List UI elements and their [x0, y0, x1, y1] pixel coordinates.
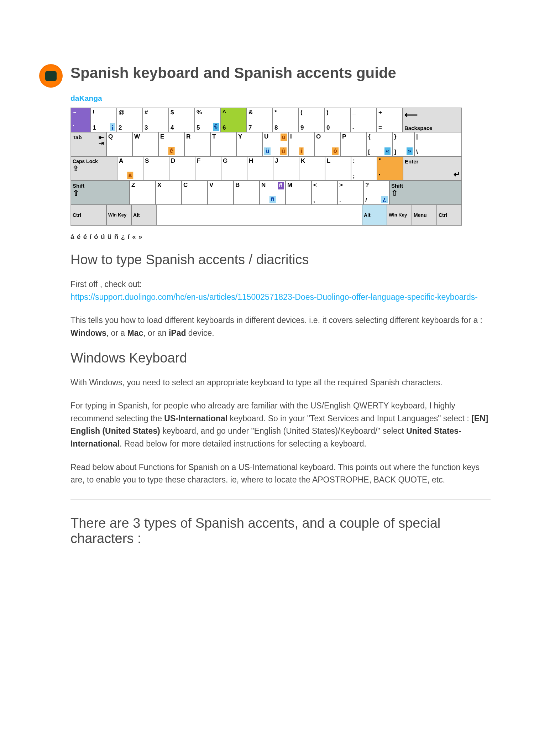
key-f: F — [195, 156, 221, 181]
heading-how-to-type: How to type Spanish accents / diacritics — [70, 252, 491, 267]
key-alt-right: Alt — [362, 205, 387, 225]
key-b: B — [234, 181, 260, 205]
badge-o-acute: ó — [332, 147, 339, 155]
key-menu: Menu — [412, 205, 437, 225]
key-minus: _- — [351, 108, 377, 132]
paragraph-functions: Read below about Functions for Spanish o… — [70, 461, 491, 486]
key-j: J — [273, 156, 299, 181]
badge-right-guillemet: » — [407, 147, 413, 155]
key-tab: Tab ⇤⇥ — [71, 132, 106, 156]
enter-arrow-icon: ↵ — [405, 170, 460, 179]
key-t: T — [210, 132, 236, 156]
key-m: M — [286, 181, 312, 205]
key-equals: += — [377, 108, 403, 132]
key-backspace: ⟵ Backspace — [403, 108, 462, 132]
heading-three-types: There are 3 types of Spanish accents, an… — [70, 516, 491, 546]
badge-inverted-question: ¿ — [381, 196, 388, 203]
heading-windows-keyboard: Windows Keyboard — [70, 350, 491, 366]
page-title: Spanish keyboard and Spanish accents gui… — [70, 64, 396, 82]
paragraph-windows-select: With Windows, you need to select an appr… — [70, 376, 491, 389]
author-avatar[interactable] — [39, 64, 63, 88]
key-shift-right: Shift ⇧ — [389, 181, 462, 205]
key-w: W — [132, 132, 158, 156]
key-v: V — [208, 181, 234, 205]
key-z: Z — [130, 181, 156, 205]
key-ctrl-left: Ctrl — [71, 205, 106, 225]
key-backslash: |\ — [414, 132, 462, 156]
key-k: K — [299, 156, 325, 181]
key-left-bracket: {[ « — [366, 132, 392, 156]
badge-left-guillemet: « — [384, 147, 391, 155]
key-e: E é — [158, 132, 184, 156]
key-enter: Enter ↵ — [403, 156, 462, 181]
key-shift-left: Shift ⇧ — [71, 181, 130, 205]
key-space — [156, 205, 362, 225]
key-semicolon: :; — [351, 156, 377, 181]
author-link[interactable]: daKanga — [70, 94, 491, 103]
badge-u-acute: ú — [280, 147, 287, 155]
key-n: N ñ ñ — [260, 181, 286, 205]
key-x: X — [156, 181, 182, 205]
key-s: S — [143, 156, 169, 181]
key-3: #3 — [143, 108, 169, 132]
key-7: &7 — [247, 108, 273, 132]
key-win-right: Win Key — [387, 205, 412, 225]
badge-euro: € — [213, 123, 219, 131]
key-5: %5 € — [195, 108, 221, 132]
section-divider — [70, 499, 491, 500]
shift-arrow-icon: ⇧ — [391, 189, 460, 198]
key-0: )0 — [325, 108, 351, 132]
key-u: U ü ü ú — [262, 132, 288, 156]
paragraph-us-international: For typing in Spanish, for people who al… — [70, 400, 491, 450]
key-g: G — [221, 156, 247, 181]
backspace-arrow-icon: ⟵ — [404, 109, 460, 120]
key-p: P — [340, 132, 366, 156]
badge-n-tilde: ñ — [269, 196, 276, 203]
key-h: H — [247, 156, 273, 181]
keyboard-diagram: ~ ` ! 1 ¡ @2 #3 $4 %5 € ^6 &7 *8 (9 )0 _… — [70, 108, 491, 226]
key-9: (9 — [299, 108, 325, 132]
key-win-left: Win Key — [106, 205, 131, 225]
key-period: >. — [337, 181, 363, 205]
key-i: I í — [288, 132, 314, 156]
key-comma: <, — [312, 181, 337, 205]
badge-inverted-exclamation: ¡ — [110, 123, 115, 131]
key-6: ^6 — [221, 108, 247, 132]
key-a: A á — [117, 156, 143, 181]
badge-u-diaeresis-top: ü — [281, 134, 287, 141]
key-quote: "' — [377, 156, 403, 181]
key-l: L — [325, 156, 351, 181]
paragraph-devices: This tells you how to load different key… — [70, 314, 491, 339]
key-q: Q — [106, 132, 132, 156]
page-header: Spanish keyboard and Spanish accents gui… — [39, 64, 491, 88]
badge-a-acute: á — [127, 172, 133, 179]
key-backtick: ~ ` — [71, 108, 91, 132]
key-o: O ó — [314, 132, 340, 156]
badge-e-acute: é — [168, 147, 175, 155]
key-c: C — [182, 181, 208, 205]
key-alt-left: Alt — [131, 205, 156, 225]
duolingo-support-link[interactable]: https://support.duolingo.com/hc/en-us/ar… — [70, 292, 478, 302]
key-1: ! 1 ¡ — [91, 108, 117, 132]
key-caps-lock: Caps Lock ⇪ — [71, 156, 117, 181]
key-r: R — [184, 132, 210, 156]
key-2: @2 — [117, 108, 143, 132]
shift-arrow-icon: ⇧ — [73, 189, 128, 198]
badge-u-diaeresis: ü — [264, 147, 271, 155]
paragraph-first-off: First off , check out: https://support.d… — [70, 278, 491, 303]
key-4: $4 — [169, 108, 195, 132]
key-slash: ?/ ¿ — [363, 181, 389, 205]
key-8: *8 — [273, 108, 299, 132]
badge-i-acute: í — [299, 147, 304, 155]
badge-n-tilde-top: ñ — [278, 182, 284, 189]
key-ctrl-right: Ctrl — [437, 205, 462, 225]
tab-arrow-icon: ⇤⇥ — [99, 135, 104, 146]
key-y: Y — [236, 132, 262, 156]
caps-lock-icon: ⇪ — [73, 164, 115, 173]
accent-characters-list: á é é í ó ú ü ñ ¿ í « » — [70, 233, 491, 241]
key-d: D — [169, 156, 195, 181]
key-right-bracket: }] » — [392, 132, 414, 156]
